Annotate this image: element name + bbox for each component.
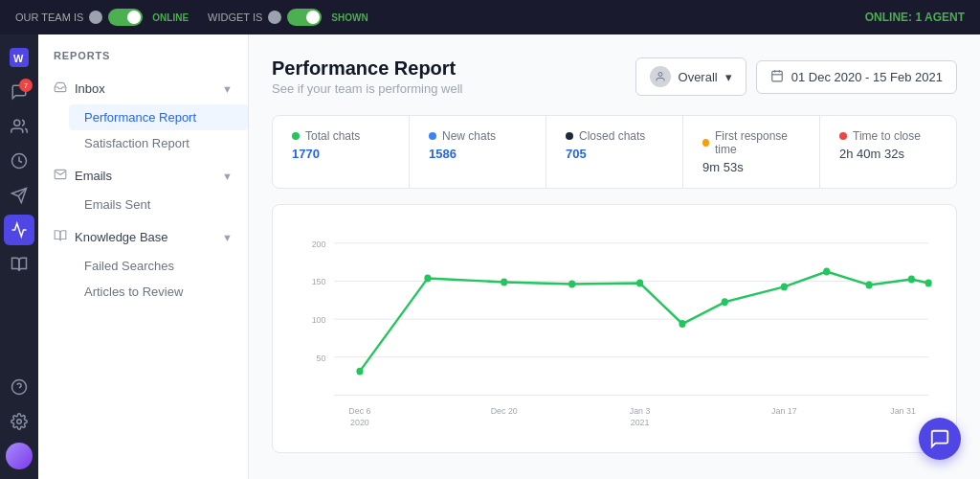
- help-button[interactable]: [4, 372, 34, 402]
- svg-text:2021: 2021: [631, 417, 650, 428]
- page-header: Performance Report See if your team is p…: [272, 57, 957, 96]
- svg-point-31: [823, 268, 830, 276]
- stat-time-to-close-label: Time to close: [853, 129, 921, 143]
- team-label: OUR TEAM IS: [15, 11, 83, 23]
- sidebar-inbox-sub-items: Performance Report Satisfaction Report: [38, 104, 248, 156]
- sidebar-section-emails: Emails ▼ Emails Sent: [38, 160, 248, 217]
- page-subtitle: See if your team is performing well: [272, 81, 462, 96]
- svg-point-29: [722, 298, 728, 306]
- stat-first-response-label-row: First response time: [702, 129, 800, 156]
- stats-bar: Total chats 1770 New chats 1586 Closed c…: [272, 115, 957, 189]
- svg-point-30: [781, 283, 788, 290]
- toggle-knob-widget: [306, 11, 320, 24]
- stat-new-chats: New chats 1586: [410, 116, 546, 188]
- svg-text:Jan 3: Jan 3: [630, 405, 651, 417]
- contacts-button[interactable]: [4, 111, 34, 142]
- svg-text:W: W: [13, 53, 24, 64]
- content-area: Performance Report See if your team is p…: [249, 34, 980, 479]
- online-agents-label: ONLINE: 1 AGENT: [865, 11, 965, 24]
- sidebar-inbox-label: Inbox: [75, 81, 105, 96]
- sidebar-title: REPORTS: [38, 50, 248, 73]
- widget-status-item: WIDGET IS SHOWN: [208, 9, 368, 26]
- svg-point-28: [679, 320, 685, 328]
- svg-point-26: [568, 280, 575, 287]
- sidebar-emails-label: Emails: [75, 169, 112, 183]
- sidebar: REPORTS Inbox ▼ Performance Report Satis…: [38, 34, 249, 479]
- emails-chevron: ▼: [222, 171, 233, 182]
- stat-new-chats-value[interactable]: 1586: [429, 147, 526, 161]
- stat-new-chats-label: New chats: [442, 129, 496, 143]
- inbox-icon: [54, 80, 67, 97]
- notification-badge: 7: [19, 79, 33, 92]
- svg-text:Jan 31: Jan 31: [890, 405, 916, 417]
- widget-toggle[interactable]: [287, 9, 322, 26]
- svg-text:150: 150: [312, 276, 326, 287]
- svg-text:Jan 17: Jan 17: [771, 405, 797, 417]
- stat-time-to-close-value: 2h 40m 32s: [839, 147, 937, 161]
- stat-total-chats-value[interactable]: 1770: [292, 147, 390, 161]
- team-toggle[interactable]: [108, 9, 143, 26]
- svg-point-34: [925, 279, 932, 286]
- sidebar-item-performance-report[interactable]: Performance Report: [69, 104, 248, 130]
- widget-status-icon: [268, 11, 281, 24]
- sidebar-section-knowledge-base-title-group: Knowledge Base: [54, 229, 222, 245]
- stat-closed-chats-label: Closed chats: [579, 129, 645, 143]
- stat-total-chats-dot: [292, 132, 300, 140]
- sidebar-knowledge-base-sub-items: Failed Searches Articles to Review: [38, 253, 248, 305]
- stat-time-to-close-label-row: Time to close: [839, 129, 937, 143]
- calendar-icon: [770, 69, 784, 85]
- stat-closed-chats-value[interactable]: 705: [566, 147, 663, 161]
- icon-bar: W 7: [0, 34, 38, 479]
- svg-text:Dec 6: Dec 6: [348, 405, 370, 417]
- page-title-section: Performance Report See if your team is p…: [272, 57, 462, 96]
- stat-time-to-close: Time to close 2h 40m 32s: [820, 116, 956, 188]
- stat-first-response-value: 9m 53s: [702, 160, 800, 174]
- stat-time-to-close-dot: [839, 132, 847, 140]
- chat-fab-button[interactable]: [919, 418, 961, 460]
- stat-total-chats: Total chats 1770: [273, 116, 410, 188]
- svg-rect-10: [771, 71, 782, 81]
- chart-container: 200 150 100 50: [272, 204, 957, 453]
- user-avatar: [6, 443, 33, 469]
- sidebar-section-emails-title-group: Emails: [54, 168, 222, 184]
- send-button[interactable]: [4, 180, 34, 211]
- widget-label: WIDGET IS: [208, 11, 262, 23]
- widget-toggle-text: SHOWN: [331, 12, 368, 23]
- knowledge-button[interactable]: [4, 249, 34, 280]
- reports-button[interactable]: [4, 146, 34, 176]
- avatar-button[interactable]: [4, 441, 34, 471]
- knowledge-base-icon: [54, 229, 67, 245]
- sidebar-section-knowledge-base: Knowledge Base ▼ Failed Searches Article…: [38, 221, 248, 305]
- svg-point-27: [636, 279, 643, 286]
- sidebar-section-inbox-title-group: Inbox: [54, 80, 222, 97]
- date-range-button[interactable]: 01 Dec 2020 - 15 Feb 2021: [756, 60, 957, 94]
- performance-chart: 200 150 100 50: [292, 224, 937, 433]
- stat-new-chats-label-row: New chats: [429, 129, 526, 143]
- stat-closed-chats-label-row: Closed chats: [566, 129, 663, 143]
- stat-total-chats-label-row: Total chats: [292, 129, 390, 143]
- conversations-button[interactable]: 7: [4, 77, 34, 107]
- sidebar-section-knowledge-base-header[interactable]: Knowledge Base ▼: [38, 221, 248, 253]
- stat-closed-chats: Closed chats 705: [546, 116, 683, 188]
- sidebar-item-failed-searches[interactable]: Failed Searches: [69, 253, 248, 279]
- analytics-button[interactable]: [4, 215, 34, 245]
- settings-button[interactable]: [4, 406, 34, 437]
- logo-button[interactable]: W: [4, 42, 34, 73]
- sidebar-section-emails-header[interactable]: Emails ▼: [38, 160, 248, 192]
- svg-point-33: [908, 276, 915, 284]
- topbar: OUR TEAM IS ONLINE WIDGET IS SHOWN ONLIN…: [0, 0, 980, 34]
- svg-point-23: [356, 368, 363, 376]
- toggle-knob: [127, 11, 141, 24]
- sidebar-item-satisfaction-report[interactable]: Satisfaction Report: [69, 130, 248, 156]
- overall-dropdown-label: Overall: [679, 70, 718, 84]
- sidebar-item-articles-to-review[interactable]: Articles to Review: [69, 279, 248, 305]
- svg-point-24: [424, 275, 431, 283]
- sidebar-knowledge-base-label: Knowledge Base: [75, 230, 168, 244]
- team-toggle-text: ONLINE: [152, 12, 189, 23]
- stat-first-response: First response time 9m 53s: [683, 116, 820, 188]
- sidebar-item-emails-sent[interactable]: Emails Sent: [69, 192, 248, 217]
- sidebar-section-inbox-header[interactable]: Inbox ▼: [38, 73, 248, 104]
- svg-point-8: [17, 420, 22, 424]
- overall-dropdown[interactable]: Overall ▾: [635, 57, 746, 96]
- team-status-icon: [89, 11, 102, 24]
